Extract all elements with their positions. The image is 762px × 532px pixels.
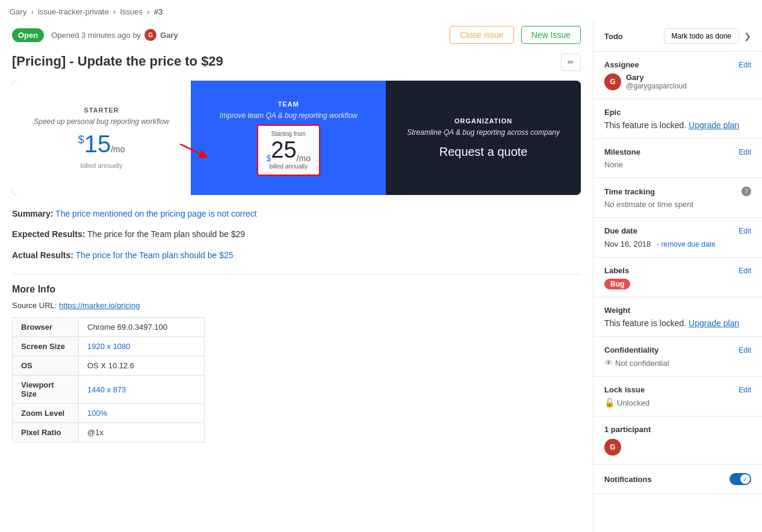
table-cell-key: Viewport Size [13, 376, 79, 404]
assignee-name: Gary [626, 73, 687, 82]
table-cell-value: 1440 x 873 [79, 376, 205, 404]
chevron-right-icon: ❯ [744, 31, 751, 41]
milestone-edit[interactable]: Edit [739, 148, 751, 156]
notifications-label: Notifications [604, 475, 652, 484]
weight-section: Weight This feature is locked. Upgrade p… [593, 297, 762, 337]
epic-header: Epic [604, 108, 751, 117]
milestone-header: Milestone Edit [604, 147, 751, 156]
weight-label: Weight [604, 306, 630, 315]
table-row: BrowserChrome 69.0.3497.100 [13, 318, 205, 337]
table-cell-value: Chrome 69.0.3497.100 [79, 318, 205, 337]
table-row: Zoom Level100% [13, 404, 205, 423]
milestone-label: Milestone [604, 147, 640, 156]
issue-header: Open Opened 3 minutes ago by G Gary Clos… [12, 21, 581, 54]
source-url-row: Source URL: https://marker.io/pricing [12, 301, 581, 310]
table-cell-key: Screen Size [13, 337, 79, 356]
remove-due-date[interactable]: - remove due date [657, 240, 715, 249]
issue-meta: Opened 3 minutes ago by G Gary [51, 29, 442, 41]
summary-label: Summary: [12, 209, 53, 218]
team-price-unit: /mo [297, 153, 311, 163]
team-name: TEAM [278, 101, 299, 108]
table-cell-key: Pixel Ratio [13, 423, 79, 442]
table-cell-value: @1x [79, 423, 205, 442]
issue-body: Summary: The price mentioned on the pric… [12, 207, 581, 262]
lock-issue-section: Lock issue Edit 🔓 Unlocked [593, 377, 762, 416]
summary-text: The price mentioned on the pricing page … [55, 209, 257, 218]
lock-label: Lock issue [604, 385, 645, 394]
close-issue-button[interactable]: Close issue [450, 26, 513, 44]
team-price-number: 25 [271, 137, 296, 163]
labels-edit[interactable]: Edit [739, 267, 751, 275]
opened-text: Opened 3 minutes ago by [51, 31, 141, 40]
table-cell-key: OS [13, 356, 79, 376]
issue-title-row: [Pricing] - Update the price to $29 ✏ [12, 54, 581, 71]
notifications-section: Notifications ✓ [593, 465, 762, 494]
actual-label: Actual Results: [12, 250, 73, 260]
svg-line-0 [180, 144, 204, 156]
lock-value: Unlocked [617, 398, 649, 407]
labels-header: Labels Edit [604, 266, 751, 275]
new-issue-button[interactable]: New Issue [521, 26, 581, 44]
weight-header: Weight [604, 306, 751, 315]
todo-label: Todo [604, 32, 623, 41]
time-header: Time tracking ? [604, 187, 751, 196]
epic-upgrade-link[interactable]: Upgrade plan [689, 120, 739, 130]
price-starting: Starting from [267, 131, 311, 137]
table-cell-key: Zoom Level [13, 404, 79, 423]
due-header: Due date Edit [604, 226, 751, 235]
more-info-section: More Info Source URL: https://marker.io/… [12, 284, 581, 442]
expected-text: The price for the Team plan should be $2… [87, 229, 245, 239]
epic-label: Epic [604, 108, 621, 117]
participants-section: 1 participant G [593, 416, 762, 465]
source-url[interactable]: https://marker.io/pricing [59, 301, 140, 310]
pricing-screenshot: STARTER Speed up personal bug reporting … [12, 81, 581, 195]
mark-todo-done-button[interactable]: Mark todo as done [664, 28, 739, 44]
due-date-section: Due date Edit Nov 16, 2018 - remove due … [593, 218, 762, 258]
assignee-section: Assignee Edit G Gary @garygasparcloud [593, 52, 762, 99]
epic-locked-text: This feature is locked. [604, 120, 686, 130]
confidentiality-edit[interactable]: Edit [739, 346, 751, 354]
lock-value-row: 🔓 Unlocked [604, 398, 751, 407]
starter-plan: STARTER Speed up personal bug reporting … [12, 81, 191, 195]
participant-avatar: G [604, 439, 621, 456]
lock-edit[interactable]: Edit [739, 386, 751, 394]
team-plan: TEAM Improve team QA & bug reporting wor… [191, 81, 386, 195]
starter-billed: billed annually [81, 162, 123, 169]
weight-upgrade-link[interactable]: Upgrade plan [689, 318, 739, 328]
expected-paragraph: Expected Results: The price for the Team… [12, 227, 581, 241]
author-name: Gary [160, 31, 178, 40]
table-row: Pixel Ratio@1x [13, 423, 205, 442]
red-arrow [180, 144, 210, 164]
org-plan: ORGANIZATION Streamline QA & bug reporti… [386, 81, 581, 195]
expected-label: Expected Results: [12, 229, 85, 239]
team-price-box: Starting from $ 25 /mo billed annually [257, 125, 320, 176]
breadcrumb-repo[interactable]: issue-tracker-private [38, 7, 109, 16]
edit-title-button[interactable]: ✏ [561, 54, 581, 71]
more-info-title: More Info [12, 284, 581, 295]
actual-text: The price for the Team plan should be $2… [76, 250, 234, 260]
due-value-row: Nov 16, 2018 - remove due date [604, 239, 751, 249]
author-avatar: G [144, 29, 156, 41]
time-label: Time tracking [604, 187, 655, 196]
milestone-section: Milestone Edit None [593, 139, 762, 178]
breadcrumb-issues[interactable]: Issues [120, 7, 143, 16]
confidentiality-value: Not confidential [615, 359, 669, 368]
participants-label: 1 participant [604, 425, 751, 434]
notifications-row: Notifications ✓ [604, 473, 751, 485]
team-desc: Improve team QA & bug reporting workflow [220, 111, 358, 120]
breadcrumb-number: #3 [154, 7, 163, 16]
org-desc: Streamline QA & bug reporting across com… [407, 128, 560, 137]
eye-icon: 👁 [604, 358, 613, 368]
weight-value: This feature is locked. Upgrade plan [604, 318, 751, 328]
starter-price: $15/mo [78, 129, 125, 158]
confidentiality-section: Confidentiality Edit 👁 Not confidential [593, 337, 762, 377]
section-divider [12, 274, 581, 274]
due-label: Due date [604, 226, 637, 235]
breadcrumb: Gary › issue-tracker-private › Issues › … [0, 0, 762, 21]
table-cell-value: OS X 10.12.6 [79, 356, 205, 376]
due-edit[interactable]: Edit [739, 227, 751, 235]
time-info-icon: ? [742, 187, 751, 196]
breadcrumb-gary[interactable]: Gary [10, 7, 26, 16]
assignee-edit[interactable]: Edit [739, 61, 751, 69]
notifications-toggle[interactable]: ✓ [729, 473, 751, 485]
